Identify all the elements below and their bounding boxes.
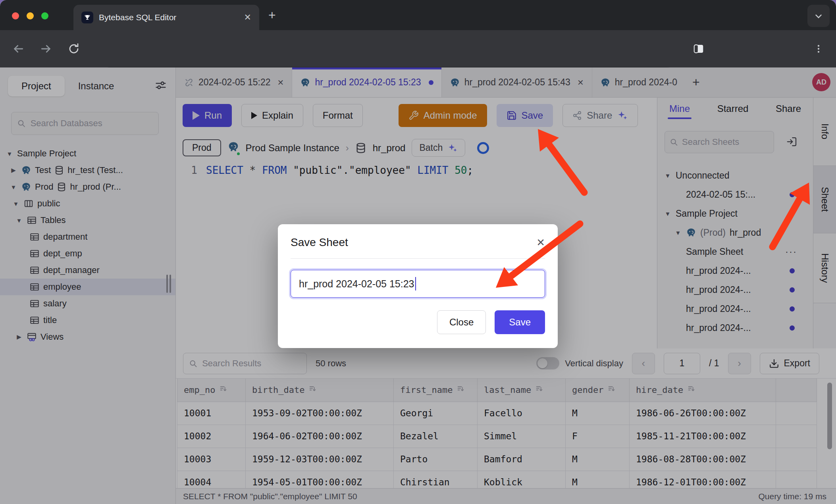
close-tab-icon[interactable]: ✕ <box>244 12 251 23</box>
side-panel-icon[interactable] <box>692 42 706 56</box>
browser-tab-title: Bytebase SQL Editor <box>99 13 239 22</box>
tab-search-button[interactable] <box>807 5 830 27</box>
back-icon[interactable] <box>11 42 25 56</box>
browser-tab[interactable]: Bytebase SQL Editor ✕ <box>73 5 259 30</box>
new-tab-button[interactable]: + <box>268 10 276 21</box>
bytebase-app: Project Instance ▼Sample Project▶Testhr_… <box>0 67 836 504</box>
browser-window: Bytebase SQL Editor ✕ + localhost:8080/s… <box>0 0 836 504</box>
bytebase-favicon-icon <box>81 12 93 23</box>
desktop: Bytebase SQL Editor ✕ + localhost:8080/s… <box>0 0 836 504</box>
text-cursor <box>415 277 416 290</box>
reload-icon[interactable] <box>67 42 81 56</box>
browser-navbar: localhost:8080/sql-editor/prod-sample-in… <box>0 30 836 67</box>
sheet-name-value: hr_prod 2024-02-05 15:23 <box>299 278 414 290</box>
browser-tabstrip: Bytebase SQL Editor ✕ + <box>0 0 836 30</box>
close-window-button[interactable] <box>12 12 19 19</box>
dialog-title: Save Sheet <box>291 236 348 249</box>
minimize-window-button[interactable] <box>27 12 34 19</box>
dialog-close-button[interactable]: Close <box>437 310 486 334</box>
browser-menu-icon[interactable] <box>811 42 826 56</box>
close-dialog-icon[interactable]: ✕ <box>536 237 545 249</box>
sheet-name-input[interactable]: hr_prod 2024-02-05 15:23 <box>291 270 545 298</box>
forward-icon[interactable] <box>39 42 53 56</box>
zoom-window-button[interactable] <box>41 12 48 19</box>
save-sheet-dialog: Save Sheet ✕ hr_prod 2024-02-05 15:23 Cl… <box>278 224 558 348</box>
dialog-divider <box>291 258 545 259</box>
dialog-save-button[interactable]: Save <box>495 310 545 334</box>
